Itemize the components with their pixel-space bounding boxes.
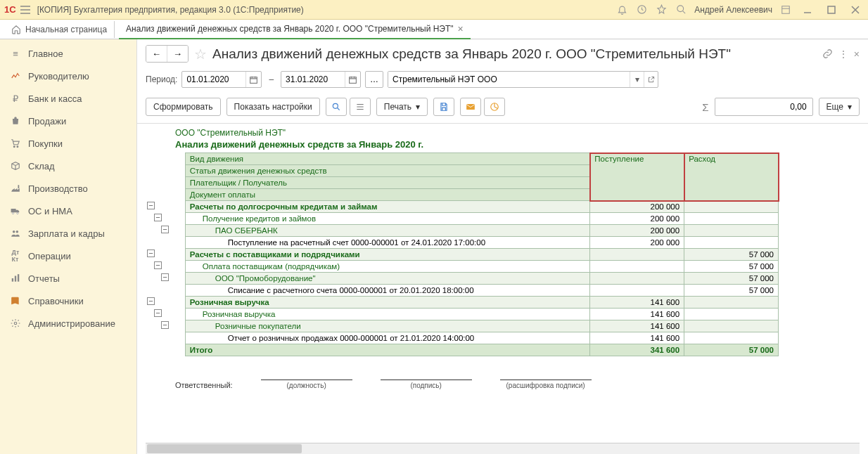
horizontal-scrollbar[interactable] bbox=[146, 443, 860, 454]
sidebar-item-label: Справочники bbox=[28, 296, 84, 306]
collapse-icon[interactable]: − bbox=[154, 309, 162, 317]
svg-point-13 bbox=[14, 322, 17, 325]
nav-forward-button[interactable]: → bbox=[167, 46, 188, 62]
date-from-input[interactable] bbox=[182, 74, 245, 84]
collapse-icon[interactable]: − bbox=[161, 226, 169, 233]
bell-icon[interactable] bbox=[615, 4, 628, 16]
row-label: Поступление на расчетный счет 0000-00000… bbox=[185, 237, 590, 249]
sidebar-item-manager[interactable]: Руководителю bbox=[0, 65, 136, 87]
search-icon[interactable] bbox=[675, 4, 687, 16]
sidebar-item-operations[interactable]: ДтКтОперации bbox=[0, 245, 136, 267]
maximize-button[interactable] bbox=[823, 1, 840, 18]
find-icon[interactable] bbox=[326, 98, 347, 116]
svg-rect-14 bbox=[250, 77, 257, 83]
sidebar-item-warehouse[interactable]: Склад bbox=[0, 155, 136, 177]
history-icon[interactable] bbox=[635, 4, 648, 16]
cell-expense: 57 000 bbox=[684, 261, 779, 273]
row-label: Розничная выручка bbox=[185, 297, 590, 309]
cell-income: 200 000 bbox=[590, 201, 684, 213]
nav-back-button[interactable]: ← bbox=[146, 46, 167, 62]
close-panel-icon[interactable]: × bbox=[854, 48, 860, 60]
sidebar-item-sales[interactable]: Продажи bbox=[0, 110, 136, 132]
sidebar-item-refs[interactable]: Справочники bbox=[0, 290, 136, 312]
close-button[interactable] bbox=[847, 1, 864, 18]
col-header: Поступление bbox=[590, 153, 684, 201]
book-icon bbox=[10, 295, 21, 306]
document-tab[interactable]: Анализ движений денежных средств за Янва… bbox=[119, 20, 471, 39]
calendar-icon[interactable] bbox=[245, 72, 261, 87]
date-to-field[interactable] bbox=[281, 71, 361, 88]
sidebar-item-purchases[interactable]: Покупки bbox=[0, 132, 136, 155]
collapse-icon[interactable]: − bbox=[161, 273, 169, 281]
sidebar-item-label: Администрирование bbox=[28, 318, 115, 329]
cell-income bbox=[590, 273, 684, 285]
truck-icon bbox=[10, 205, 21, 216]
close-tab-icon[interactable]: × bbox=[458, 23, 464, 34]
email-icon[interactable] bbox=[460, 98, 481, 116]
sidebar-item-label: Операции bbox=[28, 251, 71, 261]
row-label: Списание с расчетного счета 0000-000001 … bbox=[185, 285, 590, 297]
collapse-icon[interactable]: − bbox=[147, 297, 155, 305]
signature-row: Ответственный: (должность) (подпись) (ра… bbox=[175, 369, 860, 389]
titlebar-actions: Андрей Алексеевич bbox=[615, 1, 864, 18]
page-title: Анализ движений денежных средств за Янва… bbox=[212, 46, 817, 62]
collapse-icon[interactable]: − bbox=[147, 249, 155, 257]
sidebar-item-label: Главное bbox=[28, 48, 63, 59]
document-tab-label: Анализ движений денежных средств за Янва… bbox=[126, 24, 453, 34]
more-icon[interactable]: ⋮ bbox=[838, 48, 848, 60]
box-icon bbox=[10, 160, 21, 171]
sidebar-item-production[interactable]: Производство bbox=[0, 177, 136, 200]
diagram-icon[interactable] bbox=[484, 98, 505, 116]
generate-button[interactable]: Сформировать bbox=[146, 98, 221, 116]
more-button[interactable]: Еще▾ bbox=[819, 98, 860, 116]
sidebar-item-label: Покупки bbox=[28, 138, 63, 149]
date-to-input[interactable] bbox=[281, 74, 345, 84]
cell-expense bbox=[684, 237, 779, 249]
sidebar-item-main[interactable]: ≡Главное bbox=[0, 42, 136, 65]
cell-expense: 57 000 bbox=[684, 273, 779, 285]
hamburger-icon[interactable] bbox=[19, 4, 32, 16]
user-options-icon[interactable] bbox=[779, 4, 792, 16]
gear-icon bbox=[10, 318, 21, 329]
date-from-field[interactable] bbox=[181, 71, 262, 88]
print-button[interactable]: Печать▾ bbox=[376, 98, 428, 116]
sidebar-item-hr[interactable]: Зарплата и кадры bbox=[0, 222, 136, 245]
row-label: Розничная выручка bbox=[185, 309, 590, 320]
row-label: Отчет о розничных продажах 0000-000001 о… bbox=[185, 332, 590, 344]
cell-expense bbox=[684, 225, 779, 237]
sidebar-item-assets[interactable]: ОС и НМА bbox=[0, 200, 136, 222]
calendar-icon[interactable] bbox=[345, 72, 360, 87]
signature-label: (должность) bbox=[287, 382, 326, 389]
col-header: Плательщик / Получатель bbox=[185, 177, 590, 189]
link-icon[interactable] bbox=[822, 48, 833, 59]
home-tab[interactable]: Начальная страница bbox=[4, 21, 115, 38]
sidebar-item-bank[interactable]: ₽Банк и касса bbox=[0, 87, 136, 110]
sidebar-item-admin[interactable]: Администрирование bbox=[0, 312, 136, 335]
org-input[interactable] bbox=[388, 72, 630, 87]
app-title: [КОПИЯ] Бухгалтерия предприятия, редакци… bbox=[37, 5, 616, 15]
svg-point-8 bbox=[13, 231, 15, 233]
minimize-button[interactable] bbox=[799, 1, 816, 18]
sum-field[interactable] bbox=[715, 98, 813, 116]
collapse-icon[interactable]: − bbox=[147, 202, 155, 209]
star-icon[interactable] bbox=[655, 4, 668, 16]
sidebar-item-reports[interactable]: Отчеты bbox=[0, 267, 136, 290]
save-icon[interactable] bbox=[433, 98, 454, 116]
open-external-icon[interactable] bbox=[644, 72, 658, 87]
show-settings-button[interactable]: Показать настройки bbox=[226, 98, 320, 116]
collapse-icon[interactable]: − bbox=[161, 321, 169, 329]
collapse-icon[interactable]: − bbox=[154, 214, 162, 221]
period-picker-button[interactable]: … bbox=[365, 71, 383, 88]
svg-rect-17 bbox=[466, 104, 475, 110]
collapse-icon[interactable]: − bbox=[154, 261, 162, 269]
people-icon bbox=[10, 228, 21, 239]
row-label: Расчеты с поставщиками и подрядчиками bbox=[185, 249, 590, 261]
bar-chart-icon bbox=[10, 273, 21, 284]
org-field[interactable]: ▾ bbox=[388, 71, 658, 88]
main: ← → ☆ Анализ движений денежных средств з… bbox=[137, 39, 868, 454]
user-name[interactable]: Андрей Алексеевич bbox=[694, 5, 772, 15]
expand-all-icon[interactable] bbox=[350, 98, 371, 116]
favorite-star-icon[interactable]: ☆ bbox=[194, 46, 207, 63]
dropdown-icon[interactable]: ▾ bbox=[630, 72, 644, 87]
chart-icon bbox=[10, 70, 21, 82]
